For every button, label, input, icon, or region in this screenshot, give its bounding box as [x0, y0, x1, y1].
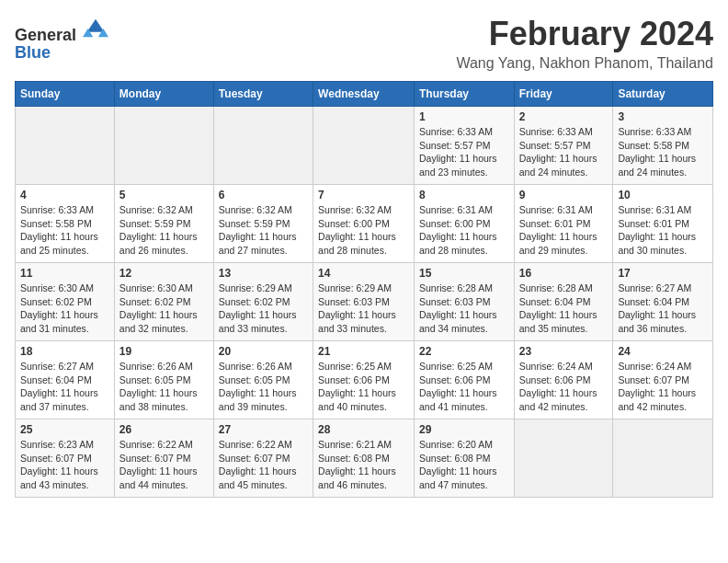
day-info: Sunrise: 6:22 AMSunset: 6:07 PMDaylight:… — [119, 438, 209, 492]
title-area: February 2024 Wang Yang, Nakhon Phanom, … — [456, 15, 713, 72]
day-info: Sunrise: 6:26 AMSunset: 6:05 PMDaylight:… — [119, 360, 209, 414]
calendar-cell: 22Sunrise: 6:25 AMSunset: 6:06 PMDayligh… — [414, 341, 514, 419]
day-info: Sunrise: 6:28 AMSunset: 6:04 PMDaylight:… — [519, 282, 609, 336]
logo-icon — [83, 15, 108, 40]
day-info: Sunrise: 6:25 AMSunset: 6:06 PMDaylight:… — [318, 360, 409, 414]
day-number: 23 — [519, 345, 609, 358]
day-number: 25 — [20, 423, 109, 436]
calendar-cell — [613, 419, 713, 498]
day-number: 29 — [419, 423, 509, 436]
day-info: Sunrise: 6:29 AMSunset: 6:02 PMDaylight:… — [219, 282, 308, 336]
day-number: 2 — [519, 110, 609, 123]
day-info: Sunrise: 6:26 AMSunset: 6:05 PMDaylight:… — [219, 360, 308, 414]
calendar-cell: 28Sunrise: 6:21 AMSunset: 6:08 PMDayligh… — [313, 419, 415, 498]
day-info: Sunrise: 6:21 AMSunset: 6:08 PMDaylight:… — [318, 438, 409, 492]
day-number: 6 — [219, 189, 308, 201]
calendar-cell: 15Sunrise: 6:28 AMSunset: 6:03 PMDayligh… — [414, 263, 514, 341]
weekday-header-sunday: Sunday — [16, 82, 115, 107]
day-number: 12 — [119, 267, 209, 280]
day-info: Sunrise: 6:31 AMSunset: 6:00 PMDaylight:… — [419, 203, 509, 258]
day-number: 19 — [119, 345, 209, 358]
day-number: 8 — [419, 189, 509, 201]
day-number: 18 — [20, 345, 109, 358]
day-info: Sunrise: 6:27 AMSunset: 6:04 PMDaylight:… — [20, 360, 109, 414]
calendar-cell: 7Sunrise: 6:32 AMSunset: 6:00 PMDaylight… — [313, 185, 415, 263]
calendar-cell: 19Sunrise: 6:26 AMSunset: 6:05 PMDayligh… — [114, 341, 213, 419]
day-number: 20 — [219, 345, 308, 358]
calendar-cell: 24Sunrise: 6:24 AMSunset: 6:07 PMDayligh… — [613, 341, 713, 419]
day-number: 4 — [20, 189, 109, 201]
day-number: 3 — [618, 110, 708, 123]
day-info: Sunrise: 6:33 AMSunset: 5:58 PMDaylight:… — [20, 203, 109, 258]
day-info: Sunrise: 6:23 AMSunset: 6:07 PMDaylight:… — [20, 438, 109, 492]
weekday-header-thursday: Thursday — [414, 82, 514, 107]
day-number: 5 — [119, 189, 209, 201]
day-number: 1 — [419, 110, 509, 123]
day-number: 14 — [318, 267, 409, 280]
day-number: 28 — [318, 423, 409, 436]
calendar-cell: 14Sunrise: 6:29 AMSunset: 6:03 PMDayligh… — [313, 263, 415, 341]
calendar-cell: 1Sunrise: 6:33 AMSunset: 5:57 PMDaylight… — [414, 107, 514, 185]
day-number: 10 — [618, 189, 708, 201]
day-number: 17 — [618, 267, 708, 280]
calendar-cell: 26Sunrise: 6:22 AMSunset: 6:07 PMDayligh… — [114, 419, 213, 498]
calendar-cell: 3Sunrise: 6:33 AMSunset: 5:58 PMDaylight… — [613, 107, 713, 185]
calendar-cell — [16, 107, 115, 185]
calendar-cell: 8Sunrise: 6:31 AMSunset: 6:00 PMDaylight… — [414, 185, 514, 263]
calendar-cell — [114, 107, 213, 185]
calendar-cell: 16Sunrise: 6:28 AMSunset: 6:04 PMDayligh… — [514, 263, 613, 341]
day-info: Sunrise: 6:24 AMSunset: 6:07 PMDaylight:… — [618, 360, 708, 414]
day-number: 16 — [519, 267, 609, 280]
calendar-cell: 5Sunrise: 6:32 AMSunset: 5:59 PMDaylight… — [114, 185, 213, 263]
calendar-cell: 4Sunrise: 6:33 AMSunset: 5:58 PMDaylight… — [16, 185, 115, 263]
day-info: Sunrise: 6:25 AMSunset: 6:06 PMDaylight:… — [419, 360, 509, 414]
day-info: Sunrise: 6:33 AMSunset: 5:58 PMDaylight:… — [618, 125, 708, 179]
day-info: Sunrise: 6:32 AMSunset: 5:59 PMDaylight:… — [219, 203, 308, 258]
calendar-cell: 17Sunrise: 6:27 AMSunset: 6:04 PMDayligh… — [613, 263, 713, 341]
day-number: 22 — [419, 345, 509, 358]
logo-blue: Blue — [15, 43, 51, 62]
calendar-cell: 11Sunrise: 6:30 AMSunset: 6:02 PMDayligh… — [16, 263, 115, 341]
day-number: 13 — [219, 267, 308, 280]
day-number: 27 — [219, 423, 308, 436]
day-number: 9 — [519, 189, 609, 201]
day-number: 26 — [119, 423, 209, 436]
day-info: Sunrise: 6:33 AMSunset: 5:57 PMDaylight:… — [519, 125, 609, 179]
calendar-cell — [514, 419, 613, 498]
calendar-cell: 20Sunrise: 6:26 AMSunset: 6:05 PMDayligh… — [213, 341, 313, 419]
day-info: Sunrise: 6:30 AMSunset: 6:02 PMDaylight:… — [20, 282, 109, 336]
day-number: 15 — [419, 267, 509, 280]
calendar-cell: 23Sunrise: 6:24 AMSunset: 6:06 PMDayligh… — [514, 341, 613, 419]
day-info: Sunrise: 6:22 AMSunset: 6:07 PMDaylight:… — [219, 438, 308, 492]
calendar-cell: 18Sunrise: 6:27 AMSunset: 6:04 PMDayligh… — [16, 341, 115, 419]
logo: General Blue — [15, 15, 108, 62]
calendar-title: February 2024 — [456, 15, 713, 53]
calendar-cell — [213, 107, 313, 185]
weekday-header-tuesday: Tuesday — [213, 82, 313, 107]
day-number: 7 — [318, 189, 409, 201]
weekday-header-wednesday: Wednesday — [313, 82, 415, 107]
day-info: Sunrise: 6:28 AMSunset: 6:03 PMDaylight:… — [419, 282, 509, 336]
calendar-cell: 27Sunrise: 6:22 AMSunset: 6:07 PMDayligh… — [213, 419, 313, 498]
weekday-header-saturday: Saturday — [613, 82, 713, 107]
calendar-cell: 10Sunrise: 6:31 AMSunset: 6:01 PMDayligh… — [613, 185, 713, 263]
day-info: Sunrise: 6:32 AMSunset: 5:59 PMDaylight:… — [119, 203, 209, 258]
day-number: 21 — [318, 345, 409, 358]
weekday-header-monday: Monday — [114, 82, 213, 107]
weekday-header-friday: Friday — [514, 82, 613, 107]
day-number: 24 — [618, 345, 708, 358]
calendar-cell — [313, 107, 415, 185]
calendar-subtitle: Wang Yang, Nakhon Phanom, Thailand — [456, 55, 713, 72]
calendar-cell: 13Sunrise: 6:29 AMSunset: 6:02 PMDayligh… — [213, 263, 313, 341]
calendar-cell: 29Sunrise: 6:20 AMSunset: 6:08 PMDayligh… — [414, 419, 514, 498]
svg-marker-0 — [86, 19, 104, 32]
calendar-cell: 21Sunrise: 6:25 AMSunset: 6:06 PMDayligh… — [313, 341, 415, 419]
day-info: Sunrise: 6:32 AMSunset: 6:00 PMDaylight:… — [318, 203, 409, 258]
calendar-cell: 12Sunrise: 6:30 AMSunset: 6:02 PMDayligh… — [114, 263, 213, 341]
day-info: Sunrise: 6:33 AMSunset: 5:57 PMDaylight:… — [419, 125, 509, 179]
day-info: Sunrise: 6:31 AMSunset: 6:01 PMDaylight:… — [519, 203, 609, 258]
calendar-cell: 6Sunrise: 6:32 AMSunset: 5:59 PMDaylight… — [213, 185, 313, 263]
day-info: Sunrise: 6:24 AMSunset: 6:06 PMDaylight:… — [519, 360, 609, 414]
day-info: Sunrise: 6:30 AMSunset: 6:02 PMDaylight:… — [119, 282, 209, 336]
logo-general: General — [15, 26, 76, 44]
